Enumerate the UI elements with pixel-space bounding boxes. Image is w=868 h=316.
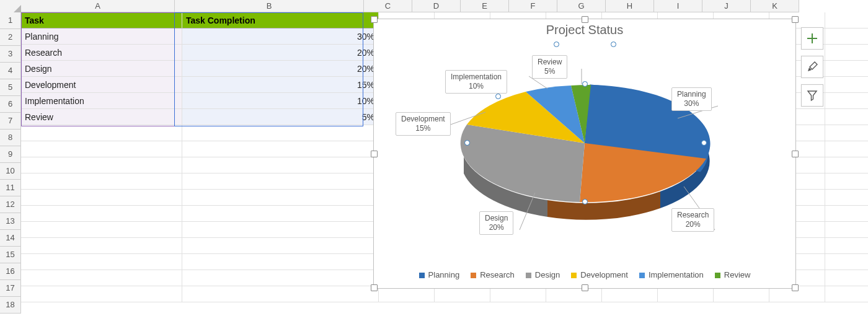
cell-B15[interactable] (182, 238, 379, 254)
cell-K12[interactable] (825, 190, 868, 206)
column-header-h[interactable]: H (606, 0, 654, 12)
cell-A12[interactable] (21, 190, 182, 206)
row-header-2[interactable]: 2 (0, 29, 21, 46)
cell-B10[interactable] (182, 157, 379, 173)
row-header-14[interactable]: 14 (0, 230, 21, 247)
plot-handle[interactable] (464, 140, 470, 146)
cell-A16[interactable] (21, 254, 182, 270)
cell-K10[interactable] (825, 157, 868, 173)
cell-B2[interactable]: 30% (182, 29, 379, 45)
cell-B17[interactable] (182, 270, 379, 286)
cell-K2[interactable] (825, 29, 868, 45)
plot-handle[interactable] (582, 199, 588, 204)
cell-B12[interactable] (182, 190, 379, 206)
legend-item-review[interactable]: Review (715, 270, 751, 279)
cell-A4[interactable]: Design (21, 61, 182, 77)
row-header-13[interactable]: 13 (0, 213, 21, 230)
pie-label-design[interactable]: Design20% (479, 211, 513, 235)
pie-label-research[interactable]: Research20% (671, 208, 714, 232)
row-header-6[interactable]: 6 (0, 96, 21, 113)
cell-A11[interactable] (21, 173, 182, 190)
plot-handle[interactable] (582, 81, 588, 87)
cell-K8[interactable] (825, 125, 868, 141)
column-header-j[interactable]: J (702, 0, 751, 12)
cell-K1[interactable] (825, 12, 868, 29)
cell-A7[interactable]: Review (21, 109, 182, 125)
column-header-f[interactable]: F (509, 0, 557, 12)
cell-A14[interactable] (21, 222, 182, 238)
cell-B3[interactable]: 20% (182, 45, 379, 61)
cell-K11[interactable] (825, 173, 868, 190)
cell-B8[interactable] (182, 125, 379, 141)
resize-handle-se[interactable] (792, 284, 799, 291)
cell-B14[interactable] (182, 222, 379, 238)
resize-handle-e[interactable] (792, 151, 799, 157)
cell-K3[interactable] (825, 45, 868, 61)
row-header-12[interactable]: 12 (0, 196, 21, 213)
cell-K16[interactable] (825, 254, 868, 270)
cell-K6[interactable] (825, 93, 868, 109)
cell-K17[interactable] (825, 270, 868, 286)
row-header-15[interactable]: 15 (0, 247, 21, 263)
resize-handle-nw[interactable] (371, 16, 378, 23)
resize-handle-n[interactable] (582, 16, 588, 23)
pie-label-implementation[interactable]: Implementation10% (445, 70, 507, 94)
cell-B1[interactable]: Task Completion (182, 12, 379, 29)
title-handle[interactable] (611, 42, 616, 47)
cell-A18[interactable] (21, 286, 182, 302)
row-header-7[interactable]: 7 (0, 113, 21, 129)
row-header-9[interactable]: 9 (0, 146, 21, 163)
cell-A8[interactable] (21, 125, 182, 141)
cell-B4[interactable]: 20% (182, 61, 379, 77)
chart-filters-button[interactable] (801, 84, 823, 107)
cell-A2[interactable]: Planning (21, 29, 182, 45)
plot-handle[interactable] (701, 140, 707, 146)
plot-handle[interactable] (495, 94, 501, 99)
row-header-4[interactable]: 4 (0, 63, 21, 79)
legend-item-design[interactable]: Design (526, 270, 560, 279)
row-header-3[interactable]: 3 (0, 46, 21, 63)
row-header-8[interactable]: 8 (0, 129, 21, 146)
select-all-corner[interactable] (0, 0, 22, 13)
resize-handle-sw[interactable] (371, 284, 378, 291)
column-header-c[interactable]: C (364, 0, 412, 12)
cell-B11[interactable] (182, 173, 379, 190)
cell-B16[interactable] (182, 254, 379, 270)
cell-B5[interactable]: 15% (182, 77, 379, 93)
cell-A9[interactable] (21, 141, 182, 157)
pie-label-review[interactable]: Review5% (532, 55, 567, 79)
pie-label-development[interactable]: Development15% (396, 112, 451, 136)
cell-A1[interactable]: Task (21, 12, 182, 29)
row-header-1[interactable]: 1 (0, 12, 21, 29)
cell-K13[interactable] (825, 206, 868, 222)
cell-A6[interactable]: Implementation (21, 93, 182, 109)
legend-item-research[interactable]: Research (471, 270, 515, 279)
cell-K18[interactable] (825, 286, 868, 302)
legend-item-implementation[interactable]: Implementation (639, 270, 704, 279)
chart-legend[interactable]: PlanningResearchDesignDevelopmentImpleme… (374, 270, 795, 279)
cell-B18[interactable] (182, 286, 379, 302)
cell-A13[interactable] (21, 206, 182, 222)
cell-K15[interactable] (825, 238, 868, 254)
cell-A5[interactable]: Development (21, 77, 182, 93)
column-header-i[interactable]: I (654, 0, 702, 12)
cell-K4[interactable] (825, 61, 868, 77)
cell-K9[interactable] (825, 141, 868, 157)
row-header-5[interactable]: 5 (0, 79, 21, 96)
column-header-a[interactable]: A (21, 0, 175, 12)
row-header-10[interactable]: 10 (0, 163, 21, 180)
column-header-k[interactable]: K (751, 0, 799, 12)
row-header-18[interactable]: 18 (0, 297, 21, 314)
cell-A10[interactable] (21, 157, 182, 173)
cell-B7[interactable]: 5% (182, 109, 379, 125)
row-header-16[interactable]: 16 (0, 263, 21, 280)
cell-K14[interactable] (825, 222, 868, 238)
resize-handle-w[interactable] (371, 151, 378, 157)
cell-B9[interactable] (182, 141, 379, 157)
row-header-17[interactable]: 17 (0, 280, 21, 297)
chart-styles-button[interactable] (801, 56, 823, 78)
column-header-e[interactable]: E (461, 0, 509, 12)
column-header-b[interactable]: B (175, 0, 364, 12)
title-handle[interactable] (554, 42, 559, 47)
cell-B6[interactable]: 10% (182, 93, 379, 109)
